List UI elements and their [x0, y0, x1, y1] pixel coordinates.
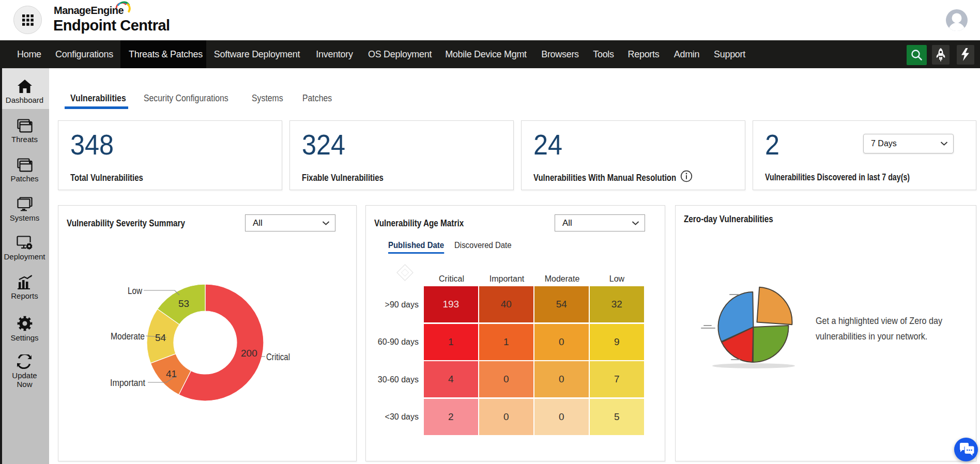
svg-text:54: 54: [155, 332, 166, 343]
svg-text:Important: Important: [110, 377, 146, 388]
svg-text:53: 53: [178, 298, 189, 309]
svg-text:Moderate: Moderate: [111, 331, 145, 342]
svg-text:41: 41: [166, 368, 177, 379]
svg-text:Critical: Critical: [266, 351, 290, 362]
svg-text:200: 200: [241, 348, 257, 359]
svg-text:Low: Low: [128, 285, 142, 296]
